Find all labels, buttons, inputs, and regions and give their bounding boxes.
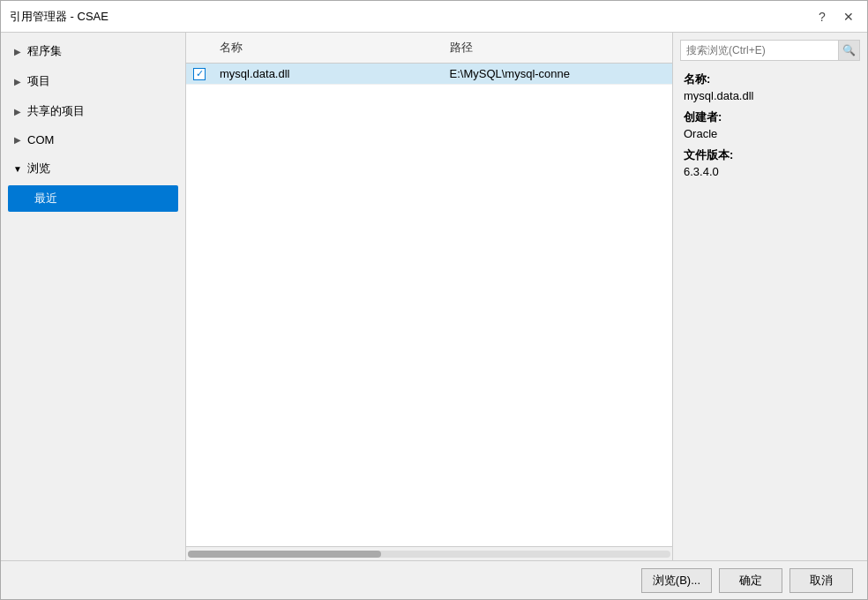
help-button[interactable]: ? bbox=[812, 7, 832, 26]
sidebar-label-projects: 项目 bbox=[27, 73, 50, 89]
header-check bbox=[186, 36, 213, 59]
sidebar-label-assemblies: 程序集 bbox=[27, 43, 62, 59]
browse-button[interactable]: 浏览(B)... bbox=[641, 568, 712, 593]
arrow-icon-assemblies: ▶ bbox=[11, 45, 24, 57]
title-bar: 引用管理器 - CSAE ? ✕ bbox=[1, 1, 867, 33]
sidebar-label-shared: 共享的项目 bbox=[27, 103, 85, 119]
table-header: 名称 路径 bbox=[186, 33, 672, 64]
close-button[interactable]: ✕ bbox=[839, 7, 858, 26]
confirm-button[interactable]: 确定 bbox=[719, 568, 782, 593]
sidebar-sub-label-recent: 最近 bbox=[34, 191, 57, 205]
sidebar-label-browse: 浏览 bbox=[27, 161, 50, 176]
info-version-label: 文件版本: bbox=[684, 147, 857, 163]
search-button[interactable]: 🔍 bbox=[839, 40, 860, 61]
arrow-icon-shared: ▶ bbox=[11, 105, 24, 117]
main-content: ▶ 程序集 ▶ 项目 ▶ 共享的项目 ▶ COM ▼ 浏览 bbox=[1, 33, 867, 560]
middle-content: 名称 路径 ✓ mysql.data.dll E:\MySQL\mysql-co… bbox=[186, 33, 673, 560]
arrow-icon-browse: ▼ bbox=[11, 162, 24, 175]
info-section: 名称: mysql.data.dll 创建者: Oracle 文件版本: 6.3… bbox=[680, 71, 860, 185]
dialog-window: 引用管理器 - CSAE ? ✕ ▶ 程序集 ▶ 项目 ▶ 共享的项目 bbox=[0, 0, 868, 600]
sidebar-item-assemblies[interactable]: ▶ 程序集 bbox=[1, 36, 185, 66]
dialog-title: 引用管理器 - CSAE bbox=[10, 9, 108, 25]
info-creator-label: 创建者: bbox=[684, 109, 857, 125]
header-path: 路径 bbox=[443, 36, 673, 59]
sidebar: ▶ 程序集 ▶ 项目 ▶ 共享的项目 ▶ COM ▼ 浏览 bbox=[1, 33, 186, 560]
info-version-value: 6.3.4.0 bbox=[684, 165, 857, 178]
arrow-icon-com: ▶ bbox=[11, 134, 24, 146]
title-bar-controls: ? ✕ bbox=[812, 7, 858, 26]
info-creator-value: Oracle bbox=[684, 127, 857, 140]
search-icon: 🔍 bbox=[842, 44, 856, 56]
sidebar-item-projects[interactable]: ▶ 项目 bbox=[1, 66, 185, 96]
info-name-label: 名称: bbox=[684, 71, 857, 87]
sidebar-item-browse[interactable]: ▼ 浏览 bbox=[1, 154, 185, 184]
horizontal-scrollbar[interactable] bbox=[186, 546, 672, 560]
cancel-button[interactable]: 取消 bbox=[789, 568, 853, 593]
table-body: ✓ mysql.data.dll E:\MySQL\mysql-conne bbox=[186, 64, 672, 546]
sidebar-item-com[interactable]: ▶ COM bbox=[1, 126, 185, 154]
row-name: mysql.data.dll bbox=[213, 64, 443, 84]
right-panel: 🔍 名称: mysql.data.dll 创建者: Oracle 文件版本: 6… bbox=[673, 33, 867, 560]
info-name-value: mysql.data.dll bbox=[684, 89, 857, 102]
search-input[interactable] bbox=[680, 40, 839, 61]
footer: 浏览(B)... 确定 取消 bbox=[1, 560, 867, 599]
sidebar-sub-item-recent[interactable]: 最近 bbox=[8, 185, 178, 212]
header-name: 名称 bbox=[213, 36, 443, 59]
scrollbar-thumb bbox=[188, 551, 381, 558]
sidebar-label-com: COM bbox=[27, 133, 54, 146]
search-bar: 🔍 bbox=[680, 40, 860, 61]
checkbox-checked-icon: ✓ bbox=[193, 68, 206, 80]
arrow-icon-projects: ▶ bbox=[11, 75, 24, 87]
table-row[interactable]: ✓ mysql.data.dll E:\MySQL\mysql-conne bbox=[186, 64, 672, 85]
scrollbar-track bbox=[188, 551, 670, 558]
row-path: E:\MySQL\mysql-conne bbox=[443, 64, 673, 84]
sidebar-item-shared[interactable]: ▶ 共享的项目 bbox=[1, 96, 185, 126]
row-checkbox[interactable]: ✓ bbox=[186, 64, 213, 84]
